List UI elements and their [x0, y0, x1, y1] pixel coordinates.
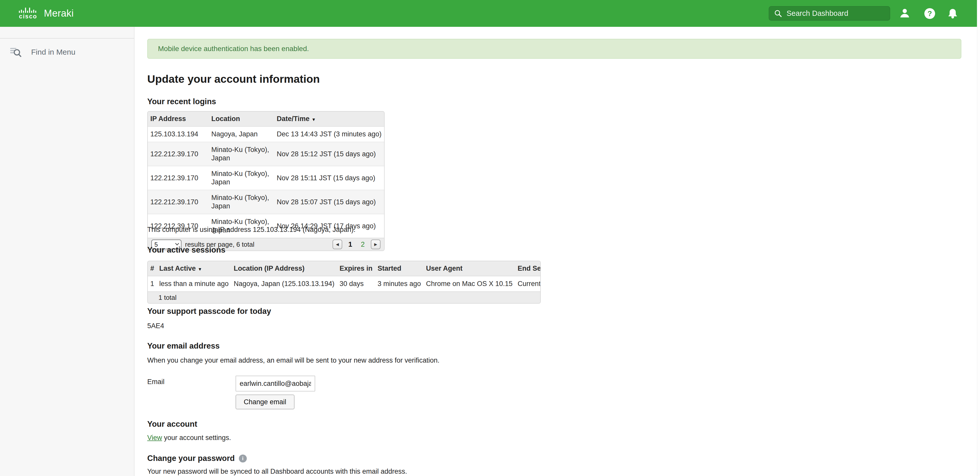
change-password-heading: Change your password i: [147, 454, 247, 463]
next-page-button[interactable]: ▶: [371, 240, 380, 249]
your-account-heading: Your account: [147, 420, 197, 429]
active-sessions-table: # Last Active▼ Location (IP Address) Exp…: [147, 261, 541, 303]
col-location: Location: [209, 112, 274, 126]
account-profile-icon[interactable]: [898, 7, 911, 20]
col-last-active-sorted[interactable]: Last Active▼: [157, 261, 231, 276]
login-datetime: Nov 28 15:11 JST (15 days ago): [274, 166, 384, 190]
password-description: Your new password will be synced to all …: [147, 468, 407, 476]
email-label: Email: [147, 378, 165, 386]
help-icon[interactable]: ?: [923, 7, 936, 20]
session-location: Nagoya, Japan (125.103.13.194): [231, 276, 337, 291]
login-row: 122.212.39.170 Minato-Ku (Tokyo), Japan …: [148, 142, 384, 166]
dashboard-searchbox[interactable]: [769, 6, 890, 21]
find-in-menu[interactable]: Find in Menu: [0, 38, 134, 65]
recent-logins-header-row: IP Address Location Date/Time▼: [148, 112, 384, 126]
session-num: 1: [148, 276, 157, 291]
cisco-meraki-logo[interactable]: cisco Meraki: [19, 0, 74, 27]
col-user-agent: User Agent: [423, 261, 515, 276]
login-datetime: Dec 13 14:43 JST (3 minutes ago): [274, 126, 384, 142]
support-passcode-value: 5AE4: [147, 322, 164, 330]
sidebar: Find in Menu: [0, 27, 135, 476]
session-end-current: Current Session: [515, 276, 541, 291]
login-datetime: Nov 28 15:12 JST (15 days ago): [274, 142, 384, 166]
login-datetime: Nov 28 15:07 JST (15 days ago): [274, 190, 384, 214]
scrollbar[interactable]: [977, 0, 980, 476]
email-field[interactable]: [235, 375, 315, 391]
session-user-agent: Chrome on Mac OS X 10.15: [423, 276, 515, 291]
search-icon: [774, 9, 783, 18]
next-arrow-icon: ▶: [374, 242, 377, 247]
find-in-menu-icon: [10, 47, 21, 58]
banner-message: Mobile device authentication has been en…: [158, 45, 309, 53]
sort-desc-icon: ▼: [198, 267, 202, 272]
prev-page-button[interactable]: ◀: [332, 240, 342, 249]
email-heading: Your email address: [147, 342, 220, 351]
col-ip-address: IP Address: [148, 112, 209, 126]
success-banner: Mobile device authentication has been en…: [147, 39, 961, 59]
svg-text:?: ?: [928, 10, 932, 18]
col-num: #: [148, 261, 157, 276]
change-email-button[interactable]: Change email: [235, 395, 294, 409]
search-input[interactable]: [787, 9, 885, 18]
main-content: Mobile device authentication has been en…: [135, 27, 977, 476]
login-row: 125.103.13.194 Nagoya, Japan Dec 13 14:4…: [148, 126, 384, 142]
meraki-wordmark: Meraki: [44, 8, 74, 19]
computer-ip-note: This computer is using IP address 125.10…: [147, 226, 355, 234]
login-location: Minato-Ku (Tokyo), Japan: [209, 190, 274, 214]
view-link[interactable]: View: [147, 434, 162, 441]
meraki-dashboard-page: cisco Meraki ?: [0, 0, 980, 476]
session-row: 1 less than a minute ago Nagoya, Japan (…: [148, 276, 541, 291]
login-location: Minato-Ku (Tokyo), Japan: [209, 142, 274, 166]
login-ip: 122.212.39.170: [148, 166, 209, 190]
login-row: 122.212.39.170 Minato-Ku (Tokyo), Japan …: [148, 166, 384, 190]
col-started: Started: [375, 261, 424, 276]
login-ip: 122.212.39.170: [148, 190, 209, 214]
sort-desc-icon: ▼: [312, 117, 316, 122]
top-header-bar: cisco Meraki ?: [0, 0, 977, 27]
session-expires: 30 days: [337, 276, 375, 291]
col-location-ip: Location (IP Address): [231, 261, 337, 276]
account-settings-line: View your account settings.: [147, 434, 231, 442]
login-row: 122.212.39.170 Minato-Ku (Tokyo), Japan …: [148, 190, 384, 214]
sessions-total-footer: 1 total: [148, 291, 540, 303]
col-expires-in: Expires in: [337, 261, 375, 276]
cisco-logo: cisco: [19, 8, 37, 19]
login-location: Nagoya, Japan: [209, 126, 274, 142]
find-in-menu-label: Find in Menu: [31, 48, 75, 56]
sessions-header-row: # Last Active▼ Location (IP Address) Exp…: [148, 261, 541, 276]
page-title: Update your account information: [147, 73, 320, 85]
page-2-link[interactable]: 2: [361, 241, 365, 248]
email-description: When you change your email address, an e…: [147, 356, 439, 364]
col-datetime-sorted[interactable]: Date/Time▼: [274, 112, 384, 126]
login-ip: 122.212.39.170: [148, 142, 209, 166]
notifications-bell-icon[interactable]: [946, 7, 959, 20]
login-ip: 125.103.13.194: [148, 126, 209, 142]
active-sessions-heading: Your active sessions: [147, 245, 225, 255]
login-location: Minato-Ku (Tokyo), Japan: [209, 166, 274, 190]
info-icon[interactable]: i: [239, 455, 247, 462]
session-started: 3 minutes ago: [375, 276, 424, 291]
recent-logins-heading: Your recent logins: [147, 97, 216, 106]
col-end-session: End Session: [515, 261, 541, 276]
support-passcode-heading: Your support passcode for today: [147, 307, 271, 316]
prev-arrow-icon: ◀: [336, 242, 339, 247]
page-number-current: 1: [348, 241, 352, 248]
session-last-active: less than a minute ago: [157, 276, 231, 291]
cisco-wordmark: cisco: [19, 13, 37, 19]
cisco-bars-icon: [19, 8, 37, 13]
